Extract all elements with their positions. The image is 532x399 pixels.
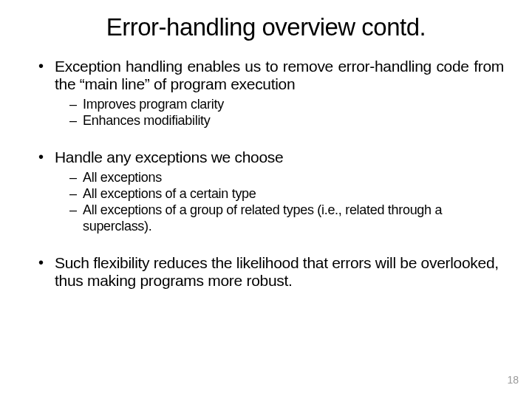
sub-bullet-item: All exceptions of a group of related typ… bbox=[69, 202, 504, 235]
bullet-list: Exception handling enables us to remove … bbox=[28, 58, 504, 289]
bullet-item: Handle any exceptions we choose All exce… bbox=[38, 149, 504, 235]
sub-bullet-list: Improves program clarity Enhances modifi… bbox=[55, 97, 504, 129]
bullet-text: Handle any exceptions we choose bbox=[55, 149, 504, 166]
bullet-text: Such flexibility reduces the likelihood … bbox=[55, 254, 504, 289]
sub-bullet-item: Enhances modifiability bbox=[69, 113, 504, 129]
bullet-item: Exception handling enables us to remove … bbox=[38, 58, 504, 129]
sub-bullet-item: All exceptions of a certain type bbox=[69, 186, 504, 202]
bullet-item: Such flexibility reduces the likelihood … bbox=[38, 254, 504, 289]
sub-bullet-list: All exceptions All exceptions of a certa… bbox=[55, 170, 504, 235]
sub-bullet-item: Improves program clarity bbox=[69, 97, 504, 113]
slide-title: Error-handling overview contd. bbox=[28, 13, 504, 41]
sub-bullet-item: All exceptions bbox=[69, 170, 504, 186]
bullet-text: Exception handling enables us to remove … bbox=[55, 58, 504, 92]
page-number: 18 bbox=[507, 374, 519, 386]
